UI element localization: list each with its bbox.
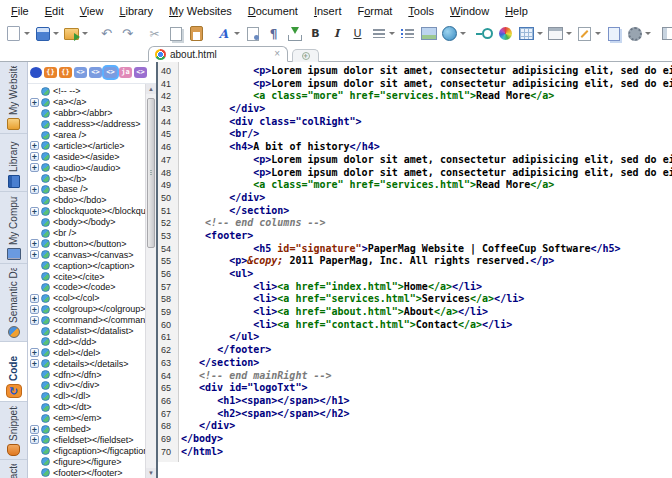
tag-filter-3[interactable]: {} xyxy=(59,67,72,78)
tag-tree-item[interactable]: <!-- --> xyxy=(30,86,145,97)
code-line[interactable]: 44 <div class="colRight"> xyxy=(158,116,672,129)
code-line[interactable]: 57 <li><a href="index.html">Home</a></li… xyxy=(158,281,672,294)
font-button[interactable] xyxy=(213,24,242,43)
scrollbar-thumb[interactable] xyxy=(147,98,155,248)
tag-tree-item[interactable]: <datalist></datalist> xyxy=(30,326,145,337)
color-wheel-button[interactable] xyxy=(495,24,516,43)
code-line[interactable]: 54 <h5 id="signature">PaperMag Website |… xyxy=(158,243,672,256)
tag-tree-item[interactable]: <figcaption></figcaption> xyxy=(30,445,145,456)
scroll-up-icon[interactable]: ▲ xyxy=(146,84,156,94)
tag-filter-5[interactable]: <> xyxy=(89,67,102,78)
link-button[interactable] xyxy=(439,24,468,43)
tag-tree-item[interactable]: +<colgroup></colgroup> xyxy=(30,304,145,315)
cut-button[interactable] xyxy=(144,24,165,43)
expand-icon[interactable]: + xyxy=(30,141,39,150)
tag-tree-item[interactable]: +<fieldset></fieldset> xyxy=(30,435,145,446)
expand-icon[interactable]: + xyxy=(30,185,39,194)
expand-icon[interactable]: + xyxy=(30,98,39,107)
code-line[interactable]: 63 </section> xyxy=(158,357,672,370)
expand-icon[interactable]: + xyxy=(30,359,39,368)
menu-view[interactable]: View xyxy=(72,3,112,19)
tag-tree-item[interactable]: <address></address> xyxy=(30,119,145,130)
tag-filter-8[interactable]: <> xyxy=(134,67,147,78)
panels-button[interactable] xyxy=(659,24,672,43)
tag-tree-item[interactable]: +<button></button> xyxy=(30,238,145,249)
bold-button[interactable] xyxy=(305,24,326,43)
code-line[interactable]: 66 <h1><span></span></h1> xyxy=(158,395,672,408)
menu-my-websites[interactable]: My Websites xyxy=(161,3,240,19)
anchor-button[interactable] xyxy=(474,24,495,43)
menu-window[interactable]: Window xyxy=(442,3,497,19)
code-line[interactable]: 49 <a class="more" href="services.html">… xyxy=(158,179,672,192)
tab-about-html[interactable]: about.html × xyxy=(148,46,288,62)
tag-tree-item[interactable]: <dd></dd> xyxy=(30,336,145,347)
open-button[interactable] xyxy=(61,24,90,43)
tag-tree-item[interactable]: <bdo></bdo> xyxy=(30,195,145,206)
tag-tree-item[interactable]: <body></body> xyxy=(30,217,145,228)
tree-scrollbar[interactable]: ▲ ▼ xyxy=(145,84,156,478)
expand-icon[interactable]: + xyxy=(30,163,39,172)
code-line[interactable]: 53 <footer> xyxy=(158,230,672,243)
code-line[interactable]: 70</html> xyxy=(158,446,672,459)
code-line[interactable]: 40 <p>Lorem ipsum dolor sit amet, consec… xyxy=(158,65,672,78)
settings-button[interactable] xyxy=(624,24,653,43)
tag-tree-item[interactable]: <br /> xyxy=(30,228,145,239)
code-line[interactable]: 52 <!-- end columns --> xyxy=(158,217,672,230)
tag-tree-item[interactable]: +<a></a> xyxy=(30,97,145,108)
expand-icon[interactable]: + xyxy=(30,348,39,357)
code-line[interactable]: 56 <ul> xyxy=(158,268,672,281)
scroll-down-icon[interactable]: ▼ xyxy=(146,468,156,478)
underline-button[interactable] xyxy=(347,24,368,43)
list-button[interactable] xyxy=(397,24,418,43)
code-line[interactable]: 50 </div> xyxy=(158,192,672,205)
save-button[interactable] xyxy=(32,24,61,43)
menu-document[interactable]: Document xyxy=(240,3,306,19)
menu-format[interactable]: Format xyxy=(349,3,400,19)
expand-icon[interactable]: + xyxy=(30,435,39,444)
tag-filter-6[interactable]: <> xyxy=(104,67,117,78)
code-line[interactable]: 67 <h2><span></span></h2> xyxy=(158,408,672,421)
edit-form-button[interactable] xyxy=(574,24,603,43)
sidebar-tab-library[interactable]: Library xyxy=(0,134,27,192)
tag-tree-item[interactable]: +<embed> xyxy=(30,424,145,435)
tag-tree-item[interactable]: <dfn></dfn> xyxy=(30,369,145,380)
paste-button[interactable] xyxy=(186,24,207,43)
expand-icon[interactable]: + xyxy=(30,152,39,161)
menu-insert[interactable]: Insert xyxy=(306,3,350,19)
sidebar-tab-snippets[interactable]: Snippets xyxy=(0,402,27,460)
sidebar-tab-my-computer[interactable]: My Computer xyxy=(0,192,27,264)
form-button[interactable] xyxy=(545,24,574,43)
expand-icon[interactable]: + xyxy=(30,207,39,216)
paragraph-button[interactable] xyxy=(263,24,284,43)
tag-filter-4[interactable]: <> xyxy=(74,67,87,78)
tag-tree-item[interactable]: <figure></figure> xyxy=(30,456,145,467)
tag-tree-item[interactable]: +<col></col> xyxy=(30,293,145,304)
tag-tree-item[interactable]: <cite></cite> xyxy=(30,271,145,282)
code-line[interactable]: 48 <p>Lorem ipsum dolor sit amet, consec… xyxy=(158,167,672,180)
tag-tree-item[interactable]: +<aside></aside> xyxy=(30,151,145,162)
tag-tree-item[interactable]: <area /> xyxy=(30,130,145,141)
tag-filter-7[interactable]: ja xyxy=(119,67,132,78)
expand-icon[interactable]: + xyxy=(30,305,39,314)
code-line[interactable]: 60 <li><a href="contact.html">Contact</a… xyxy=(158,319,672,332)
align-button[interactable] xyxy=(368,24,397,43)
code-line[interactable]: 41 <p>Lorem ipsum dolor sit amet, consec… xyxy=(158,78,672,91)
new-document-button[interactable] xyxy=(3,24,32,43)
expand-icon[interactable]: + xyxy=(30,425,39,434)
code-line[interactable]: 64 <!-- end mainRight --> xyxy=(158,370,672,383)
tab-close-icon[interactable]: × xyxy=(273,49,281,59)
code-line[interactable]: 68 </div> xyxy=(158,420,672,433)
tag-tree-item[interactable]: +<del></del> xyxy=(30,347,145,358)
code-editor[interactable]: 40 <p>Lorem ipsum dolor sit amet, consec… xyxy=(158,62,672,478)
code-line[interactable]: 58 <li><a href="services.html">Services<… xyxy=(158,293,672,306)
code-line[interactable]: 59 <li><a href="about.html">About</a></l… xyxy=(158,306,672,319)
italic-button[interactable] xyxy=(326,24,347,43)
code-line[interactable]: 61 </ul> xyxy=(158,331,672,344)
menu-edit[interactable]: Edit xyxy=(37,3,72,19)
expand-icon[interactable]: + xyxy=(30,294,39,303)
code-line[interactable]: 43 </div> xyxy=(158,103,672,116)
tag-tree-item[interactable]: +<command></command> xyxy=(30,315,145,326)
tag-tree-item[interactable]: +<blockquote></blockquote> xyxy=(30,206,145,217)
code-line[interactable]: 62 </footer> xyxy=(158,344,672,357)
menu-help[interactable]: Help xyxy=(497,3,536,19)
